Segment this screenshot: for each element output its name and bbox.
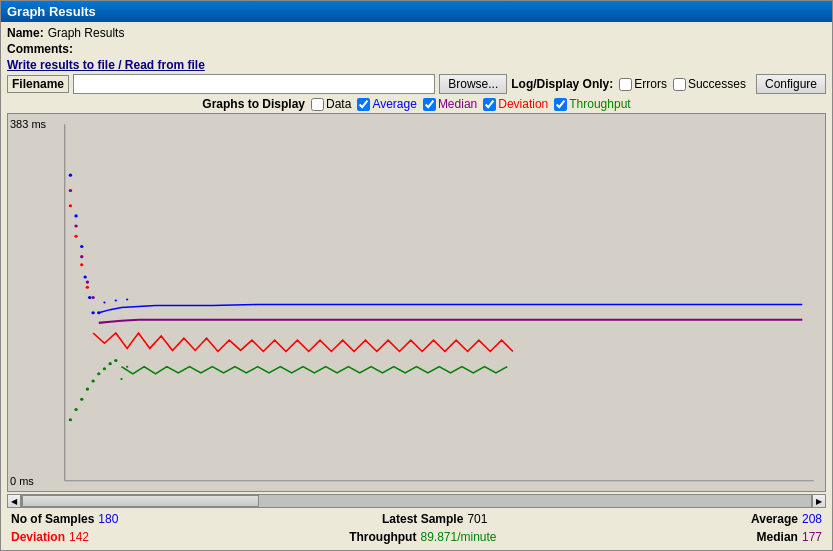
chart-svg [8, 114, 825, 491]
name-row: Name: Graph Results [7, 26, 826, 40]
filename-label: Filename [7, 75, 69, 93]
successes-label: Successes [688, 77, 746, 91]
throughput-stat-group: Throughput 89.871/minute [349, 530, 496, 544]
svg-point-2 [69, 174, 72, 177]
svg-point-28 [108, 362, 111, 365]
name-label: Name: [7, 26, 44, 40]
average-stat-label: Average [751, 512, 798, 526]
configure-button[interactable]: Configure [756, 74, 826, 94]
average-stat-group: Average 208 [751, 512, 822, 526]
deviation-stat-label: Deviation [11, 530, 65, 544]
scroll-left-button[interactable]: ◀ [7, 494, 21, 508]
svg-point-15 [86, 281, 89, 284]
median-label: Median [438, 97, 477, 111]
svg-point-14 [80, 255, 83, 258]
svg-point-31 [126, 366, 128, 368]
svg-point-26 [97, 372, 100, 375]
data-option[interactable]: Data [311, 97, 351, 111]
write-results-label: Write results to file / Read from file [7, 58, 826, 72]
svg-point-7 [91, 311, 94, 314]
svg-point-29 [114, 359, 117, 362]
comments-row: Comments: [7, 42, 826, 56]
scroll-right-button[interactable]: ▶ [812, 494, 826, 508]
window-title: Graph Results [7, 4, 96, 19]
svg-point-19 [80, 263, 83, 266]
content-area: Name: Graph Results Comments: Write resu… [1, 22, 832, 550]
svg-point-6 [88, 296, 91, 299]
latest-value: 701 [467, 512, 487, 526]
deviation-stat-value: 142 [69, 530, 89, 544]
throughput-label: Throughput [569, 97, 630, 111]
comments-label: Comments: [7, 42, 73, 56]
scrollbar-row: ◀ ▶ [7, 494, 826, 508]
svg-point-22 [74, 408, 77, 411]
median-stat-label: Median [757, 530, 798, 544]
main-window: Graph Results Name: Graph Results Commen… [0, 0, 833, 551]
deviation-checkbox[interactable] [483, 98, 496, 111]
median-checkbox[interactable] [423, 98, 436, 111]
stats-row: No of Samples 180 Latest Sample 701 Aver… [7, 510, 826, 528]
graphs-label: Graphs to Display [202, 97, 305, 111]
svg-point-13 [74, 225, 77, 228]
latest-label: Latest Sample [382, 512, 463, 526]
svg-point-30 [120, 378, 122, 380]
stats-row-2: Deviation 142 Throughput 89.871/minute M… [7, 528, 826, 546]
data-label: Data [326, 97, 351, 111]
average-stat-value: 208 [802, 512, 822, 526]
scrollbar-track[interactable] [21, 494, 812, 508]
svg-point-24 [86, 388, 89, 391]
svg-point-4 [80, 245, 83, 248]
median-option[interactable]: Median [423, 97, 477, 111]
svg-point-17 [69, 204, 72, 207]
median-stat-group: Median 177 [757, 530, 822, 544]
average-option[interactable]: Average [357, 97, 416, 111]
graphs-display-row: Graphs to Display Data Average Median De… [7, 97, 826, 111]
svg-point-12 [69, 189, 72, 192]
throughput-checkbox[interactable] [554, 98, 567, 111]
errors-checkbox[interactable] [619, 78, 632, 91]
svg-point-10 [115, 299, 117, 301]
svg-point-21 [69, 418, 72, 421]
samples-label: No of Samples [11, 512, 94, 526]
svg-point-16 [91, 296, 94, 299]
svg-point-27 [103, 367, 106, 370]
latest-group: Latest Sample 701 [382, 512, 487, 526]
errors-label: Errors [634, 77, 667, 91]
log-display-label: Log/Display Only: [511, 77, 613, 91]
samples-value: 180 [98, 512, 118, 526]
chart-area: 383 ms 0 ms [7, 113, 826, 492]
deviation-option[interactable]: Deviation [483, 97, 548, 111]
filename-input[interactable] [73, 74, 435, 94]
svg-point-23 [80, 398, 83, 401]
samples-group: No of Samples 180 [11, 512, 118, 526]
svg-point-25 [91, 379, 94, 382]
svg-point-20 [86, 286, 89, 289]
scrollbar-thumb[interactable] [22, 495, 259, 507]
filename-row: Filename Browse... Log/Display Only: Err… [7, 74, 826, 94]
average-checkbox[interactable] [357, 98, 370, 111]
log-display-options: Log/Display Only: Errors Successes Confi… [511, 74, 826, 94]
average-label: Average [372, 97, 416, 111]
name-value: Graph Results [48, 26, 125, 40]
svg-point-18 [74, 235, 77, 238]
svg-point-11 [126, 298, 128, 300]
svg-point-5 [83, 275, 86, 278]
throughput-option[interactable]: Throughput [554, 97, 630, 111]
throughput-stat-value: 89.871/minute [420, 530, 496, 544]
errors-option[interactable]: Errors [619, 77, 667, 91]
successes-checkbox[interactable] [673, 78, 686, 91]
successes-option[interactable]: Successes [673, 77, 746, 91]
deviation-stat-group: Deviation 142 [11, 530, 89, 544]
browse-button[interactable]: Browse... [439, 74, 507, 94]
svg-point-9 [103, 301, 105, 303]
throughput-stat-label: Throughput [349, 530, 416, 544]
median-stat-value: 177 [802, 530, 822, 544]
data-checkbox[interactable] [311, 98, 324, 111]
deviation-label: Deviation [498, 97, 548, 111]
title-bar: Graph Results [1, 1, 832, 22]
svg-point-3 [74, 214, 77, 217]
